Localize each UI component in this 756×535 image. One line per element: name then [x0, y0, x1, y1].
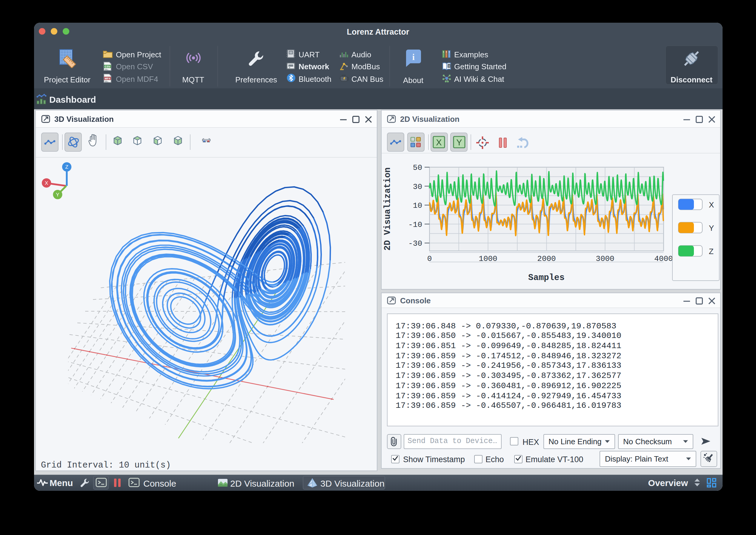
svg-text:3000: 3000	[596, 254, 614, 263]
svg-text:Z: Z	[65, 164, 68, 170]
svg-text:Y: Y	[709, 223, 714, 232]
svg-text:Y: Y	[56, 192, 59, 198]
svg-text:CSV: CSV	[105, 65, 111, 68]
svg-text:Y: Y	[456, 138, 462, 147]
svg-text:Z: Z	[709, 247, 714, 256]
svg-text:MF4: MF4	[105, 77, 110, 80]
svg-text:10: 10	[413, 201, 422, 210]
svg-text:-30: -30	[408, 239, 422, 248]
svg-text:30: 30	[413, 182, 422, 191]
svg-text:1000: 1000	[479, 254, 497, 263]
svg-text:X: X	[45, 180, 48, 186]
svg-text:i: i	[412, 52, 415, 62]
svg-text:2D Visualization: 2D Visualization	[383, 167, 393, 250]
svg-text:i: i	[448, 64, 449, 67]
svg-text:-10: -10	[408, 220, 422, 229]
svg-text:Samples: Samples	[528, 272, 565, 282]
svg-text:X: X	[709, 200, 714, 209]
svg-text:50: 50	[413, 163, 422, 172]
svg-text:4000: 4000	[654, 254, 673, 263]
svg-text:0: 0	[427, 254, 432, 263]
svg-text:X: X	[436, 138, 442, 147]
svg-text:2000: 2000	[537, 254, 556, 263]
